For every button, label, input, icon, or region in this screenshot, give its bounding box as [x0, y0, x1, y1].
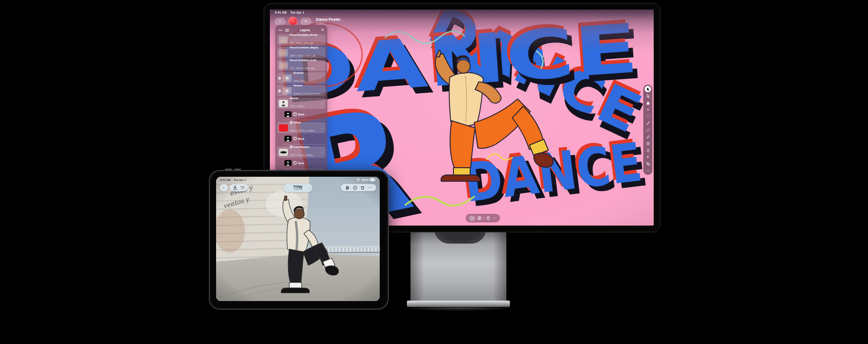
layer-row[interactable]: Pencil Scribbles (Left)770 × 1995 px, Vi…: [277, 60, 326, 71]
layer-row[interactable]: Foot Shadow154.6 × 25.3 px, Offsets⌄: [277, 146, 326, 158]
layer-mask-row[interactable]: Mask: [283, 135, 326, 142]
share-icon[interactable]: [233, 185, 237, 190]
adjust-icon[interactable]: [345, 186, 349, 190]
layer-meta: 638 × 409 px, Vivid Light: [290, 42, 314, 44]
info-icon[interactable]: [353, 186, 357, 190]
clip-badge-icon: [290, 146, 292, 149]
layer-mask-row[interactable]: Mask: [283, 159, 326, 167]
chevron-down-icon[interactable]: ⌄: [321, 102, 324, 105]
layer-meta: 154.6 × 25.3 px, Offsets: [290, 154, 313, 156]
text-tool-icon[interactable]: T: [645, 154, 651, 160]
back-button[interactable]: ‹: [274, 18, 286, 25]
layer-meta: 2741 × 4108 px: [290, 105, 305, 108]
mask-label: Mask: [293, 161, 304, 165]
tool-rail: T⋯: [643, 85, 652, 175]
ipad-photo: estas y ventos y: [216, 177, 380, 301]
volume-button: [234, 169, 241, 170]
photo-time-label: 4:23 PM: [294, 188, 302, 191]
layer-meta: 4006 × 2736.8 px, Darken: [290, 130, 315, 132]
layer-row[interactable]: DuotoneFalse Color: [277, 72, 326, 84]
layers-panel: ••• Layers ✕ Pencil Scribbles (Foot)638 …: [275, 25, 327, 190]
layer-name: Pencil Scribbles (Right): [290, 46, 324, 49]
volume-button: [225, 169, 232, 170]
line-tool-icon[interactable]: [645, 120, 651, 126]
divider: [283, 169, 325, 169]
chevron-down-icon[interactable]: ⌄: [321, 126, 324, 129]
mask-icon: [293, 161, 297, 165]
layer-meta: 770 × 1995 px, Vivid Light: [290, 67, 315, 70]
ipad-action-pill: [230, 184, 248, 191]
layer-row[interactable]: Dancer2741 × 4108 px⌄: [277, 98, 326, 109]
grid-icon[interactable]: [477, 216, 481, 220]
effect-toggle-icon[interactable]: [278, 90, 281, 92]
photo-date-pill[interactable]: Friday 4:23 PM: [283, 184, 312, 192]
scene: R R R DANCE DANCE DANCE DANCE DANCE DANC…: [0, 0, 868, 344]
layer-meta: 1864 × 1178 px, Vivid Light: [290, 55, 316, 57]
trash-icon[interactable]: [486, 216, 490, 220]
document-title: Dance Poster: [316, 17, 340, 22]
eraser-tool-icon[interactable]: [645, 127, 651, 133]
canvas-bottom-bar: 80 ⋯: [466, 214, 500, 222]
layer-name: Foot Shadow: [290, 146, 319, 149]
mask-label: Mask: [293, 137, 304, 140]
ipad-tools-pill: ⋯: [341, 184, 376, 191]
ipad: estas y ventos y: [209, 170, 389, 310]
paint-tool-icon[interactable]: [645, 100, 651, 106]
layer-name: Pencil Scribbles (Left): [290, 59, 324, 62]
layer-thumbnail: [283, 75, 292, 82]
mask-label: Mask: [293, 113, 304, 116]
panel-more-icon[interactable]: •••: [278, 28, 283, 32]
plus-icon: +: [305, 19, 307, 24]
pixelmator-app-icon[interactable]: [288, 17, 297, 26]
layers-list-icon[interactable]: [285, 28, 289, 32]
layer-meta: False Color: [293, 80, 305, 82]
magic-wand-tool-icon[interactable]: [645, 107, 651, 113]
photos-toolbar: ‹ Friday 4:23 PM: [220, 184, 376, 193]
photo-day-label: Friday: [293, 185, 302, 188]
layer-row[interactable]: TextureSharpen, Line Screen, Post...: [277, 85, 326, 96]
divider: [283, 120, 325, 120]
layers-panel-title: Layers: [289, 28, 321, 32]
layer-name: Texture: [293, 84, 324, 87]
trash-icon[interactable]: [361, 186, 364, 190]
chevron-down-icon[interactable]: ⌄: [321, 151, 324, 154]
layers-panel-header: ••• Layers ✕: [277, 27, 326, 34]
ipad-back-button[interactable]: ‹: [220, 184, 228, 191]
layer-meta: Sharpen, Line Screen, Post...: [293, 93, 322, 95]
zoom-level-chip[interactable]: 80: [469, 216, 475, 221]
marquee-tool-icon[interactable]: [645, 113, 651, 119]
mask-thumbnail: [284, 160, 292, 166]
close-icon[interactable]: ✕: [321, 28, 324, 32]
document-title-block[interactable]: Dance Poster ⌄ Edited: [316, 17, 344, 26]
mask-icon: [293, 113, 297, 116]
smudge-tool-icon[interactable]: [645, 141, 651, 146]
add-button[interactable]: +: [300, 18, 311, 25]
layer-thumbnail: [279, 100, 288, 107]
more-tools-icon[interactable]: ⋯: [645, 168, 651, 174]
display-stand-shadow: [401, 306, 516, 311]
heart-icon[interactable]: [241, 186, 245, 189]
layer-thumbnail: [279, 49, 288, 57]
back-chevron-icon: ‹: [223, 185, 225, 190]
layer-name: Offset: [290, 121, 319, 125]
layer-name: Dancer: [290, 97, 319, 100]
mask-icon: [293, 137, 297, 140]
crop-tool-icon[interactable]: [645, 161, 651, 167]
arrange-tool-icon[interactable]: [645, 93, 651, 99]
layer-name: Duotone: [293, 71, 324, 75]
pen-tool-icon[interactable]: [645, 147, 651, 153]
title-chevron-icon: ⌄: [342, 19, 344, 21]
pencil-tool-icon[interactable]: [645, 134, 651, 140]
mask-thumbnail: [284, 111, 292, 117]
layer-row[interactable]: Pencil Scribbles (Foot)638 × 409 px, Viv…: [277, 34, 326, 46]
clip-badge-icon: [290, 121, 292, 125]
layer-thumbnail: [283, 87, 292, 94]
move-tool-icon[interactable]: [645, 86, 651, 92]
divider: [283, 144, 325, 145]
layer-mask-row[interactable]: Mask: [283, 110, 326, 118]
layer-row[interactable]: Offset4006 × 2736.8 px, Darken⌄: [277, 122, 326, 133]
effect-toggle-icon[interactable]: [278, 77, 281, 80]
layer-thumbnail: [279, 37, 288, 44]
layer-row[interactable]: Pencil Scribbles (Right)1864 × 1178 px, …: [277, 47, 326, 58]
layer-thumbnail: [279, 124, 288, 132]
